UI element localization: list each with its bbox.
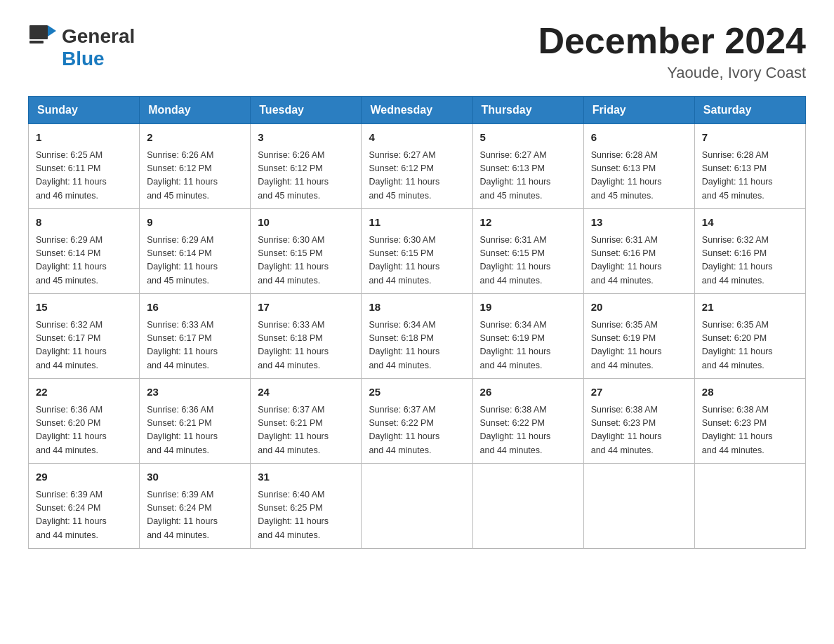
calendar-cell: 13Sunrise: 6:31 AMSunset: 6:16 PMDayligh… [583, 209, 694, 294]
day-number: 2 [147, 130, 243, 146]
calendar-cell: 26Sunrise: 6:38 AMSunset: 6:22 PMDayligh… [472, 379, 583, 464]
day-number: 27 [591, 384, 687, 401]
day-info: Sunrise: 6:27 AMSunset: 6:12 PMDaylight:… [369, 149, 465, 203]
calendar-cell: 21Sunrise: 6:35 AMSunset: 6:20 PMDayligh… [694, 294, 805, 379]
calendar-cell: 4Sunrise: 6:27 AMSunset: 6:12 PMDaylight… [362, 124, 472, 209]
calendar-cell: 31Sunrise: 6:40 AMSunset: 6:25 PMDayligh… [251, 464, 362, 549]
calendar-week-row: 15Sunrise: 6:32 AMSunset: 6:17 PMDayligh… [29, 294, 806, 379]
calendar-cell: 30Sunrise: 6:39 AMSunset: 6:24 PMDayligh… [140, 464, 251, 549]
calendar-header-wednesday: Wednesday [362, 97, 472, 124]
day-info: Sunrise: 6:28 AMSunset: 6:13 PMDaylight:… [702, 149, 798, 203]
day-info: Sunrise: 6:34 AMSunset: 6:19 PMDaylight:… [480, 318, 576, 373]
calendar-week-row: 29Sunrise: 6:39 AMSunset: 6:24 PMDayligh… [29, 464, 806, 549]
day-info: Sunrise: 6:29 AMSunset: 6:14 PMDaylight:… [36, 234, 132, 288]
day-info: Sunrise: 6:37 AMSunset: 6:21 PMDaylight:… [258, 403, 354, 458]
day-number: 18 [369, 300, 465, 316]
day-info: Sunrise: 6:33 AMSunset: 6:18 PMDaylight:… [258, 318, 354, 373]
day-info: Sunrise: 6:30 AMSunset: 6:15 PMDaylight:… [258, 234, 354, 288]
day-info: Sunrise: 6:29 AMSunset: 6:14 PMDaylight:… [147, 234, 243, 288]
day-number: 14 [702, 215, 798, 231]
day-number: 5 [480, 130, 576, 146]
calendar-cell: 19Sunrise: 6:34 AMSunset: 6:19 PMDayligh… [472, 294, 583, 379]
logo-general-text: General [62, 25, 135, 48]
day-info: Sunrise: 6:32 AMSunset: 6:17 PMDaylight:… [36, 318, 132, 373]
title-section: December 2024 Yaoude, Ivory Coast [538, 21, 806, 82]
calendar-header-friday: Friday [583, 97, 694, 124]
calendar-cell [362, 464, 472, 549]
calendar-cell: 2Sunrise: 6:26 AMSunset: 6:12 PMDaylight… [140, 124, 251, 209]
calendar-header-tuesday: Tuesday [251, 97, 362, 124]
day-info: Sunrise: 6:35 AMSunset: 6:20 PMDaylight:… [702, 318, 798, 373]
logo: General Blue [28, 21, 135, 70]
location: Yaoude, Ivory Coast [538, 64, 806, 82]
day-number: 11 [369, 215, 465, 231]
calendar-cell: 6Sunrise: 6:28 AMSunset: 6:13 PMDaylight… [583, 124, 694, 209]
calendar-cell [583, 464, 694, 549]
day-number: 6 [591, 130, 687, 146]
day-info: Sunrise: 6:38 AMSunset: 6:23 PMDaylight:… [702, 403, 798, 458]
day-info: Sunrise: 6:31 AMSunset: 6:16 PMDaylight:… [591, 234, 687, 288]
day-number: 20 [591, 300, 687, 316]
day-number: 29 [36, 469, 132, 485]
day-info: Sunrise: 6:38 AMSunset: 6:22 PMDaylight:… [480, 403, 576, 458]
calendar-cell: 22Sunrise: 6:36 AMSunset: 6:20 PMDayligh… [29, 379, 140, 464]
calendar-cell: 18Sunrise: 6:34 AMSunset: 6:18 PMDayligh… [362, 294, 472, 379]
calendar-table: SundayMondayTuesdayWednesdayThursdayFrid… [28, 96, 806, 549]
day-number: 25 [369, 384, 465, 401]
page-header: General Blue December 2024 Yaoude, Ivory… [28, 21, 806, 82]
calendar-header-saturday: Saturday [694, 97, 805, 124]
day-info: Sunrise: 6:26 AMSunset: 6:12 PMDaylight:… [258, 149, 354, 203]
svg-rect-2 [29, 41, 44, 43]
day-info: Sunrise: 6:33 AMSunset: 6:17 PMDaylight:… [147, 318, 243, 373]
calendar-week-row: 22Sunrise: 6:36 AMSunset: 6:20 PMDayligh… [29, 379, 806, 464]
day-number: 22 [36, 384, 132, 401]
calendar-cell: 27Sunrise: 6:38 AMSunset: 6:23 PMDayligh… [583, 379, 694, 464]
day-info: Sunrise: 6:27 AMSunset: 6:13 PMDaylight:… [480, 149, 576, 203]
day-info: Sunrise: 6:26 AMSunset: 6:12 PMDaylight:… [147, 149, 243, 203]
day-number: 8 [36, 215, 132, 231]
calendar-cell: 28Sunrise: 6:38 AMSunset: 6:23 PMDayligh… [694, 379, 805, 464]
calendar-cell: 24Sunrise: 6:37 AMSunset: 6:21 PMDayligh… [251, 379, 362, 464]
day-info: Sunrise: 6:35 AMSunset: 6:19 PMDaylight:… [591, 318, 687, 373]
day-info: Sunrise: 6:39 AMSunset: 6:24 PMDaylight:… [36, 488, 132, 543]
day-number: 31 [258, 469, 354, 485]
calendar-cell: 1Sunrise: 6:25 AMSunset: 6:11 PMDaylight… [29, 124, 140, 209]
day-number: 23 [147, 384, 243, 401]
calendar-cell: 15Sunrise: 6:32 AMSunset: 6:17 PMDayligh… [29, 294, 140, 379]
day-info: Sunrise: 6:36 AMSunset: 6:21 PMDaylight:… [147, 403, 243, 458]
calendar-header-sunday: Sunday [29, 97, 140, 124]
day-number: 15 [36, 300, 132, 316]
calendar-cell [472, 464, 583, 549]
day-number: 10 [258, 215, 354, 231]
calendar-header-row: SundayMondayTuesdayWednesdayThursdayFrid… [29, 97, 806, 124]
calendar-cell [694, 464, 805, 549]
month-title: December 2024 [538, 21, 806, 61]
day-info: Sunrise: 6:36 AMSunset: 6:20 PMDaylight:… [36, 403, 132, 458]
day-number: 9 [147, 215, 243, 231]
calendar-week-row: 1Sunrise: 6:25 AMSunset: 6:11 PMDaylight… [29, 124, 806, 209]
day-number: 13 [591, 215, 687, 231]
day-info: Sunrise: 6:40 AMSunset: 6:25 PMDaylight:… [258, 488, 354, 543]
day-number: 7 [702, 130, 798, 146]
day-info: Sunrise: 6:25 AMSunset: 6:11 PMDaylight:… [36, 149, 132, 203]
day-number: 19 [480, 300, 576, 316]
day-number: 28 [702, 384, 798, 401]
calendar-cell: 14Sunrise: 6:32 AMSunset: 6:16 PMDayligh… [694, 209, 805, 294]
calendar-cell: 23Sunrise: 6:36 AMSunset: 6:21 PMDayligh… [140, 379, 251, 464]
day-number: 17 [258, 300, 354, 316]
day-number: 4 [369, 130, 465, 146]
day-info: Sunrise: 6:32 AMSunset: 6:16 PMDaylight:… [702, 234, 798, 288]
day-number: 26 [480, 384, 576, 401]
logo-icon [28, 21, 59, 52]
calendar-cell: 12Sunrise: 6:31 AMSunset: 6:15 PMDayligh… [472, 209, 583, 294]
calendar-cell: 10Sunrise: 6:30 AMSunset: 6:15 PMDayligh… [251, 209, 362, 294]
calendar-cell: 8Sunrise: 6:29 AMSunset: 6:14 PMDaylight… [29, 209, 140, 294]
calendar-cell: 3Sunrise: 6:26 AMSunset: 6:12 PMDaylight… [251, 124, 362, 209]
day-number: 1 [36, 130, 132, 146]
day-number: 16 [147, 300, 243, 316]
day-info: Sunrise: 6:38 AMSunset: 6:23 PMDaylight:… [591, 403, 687, 458]
calendar-cell: 25Sunrise: 6:37 AMSunset: 6:22 PMDayligh… [362, 379, 472, 464]
svg-rect-0 [29, 25, 48, 39]
day-info: Sunrise: 6:28 AMSunset: 6:13 PMDaylight:… [591, 149, 687, 203]
day-number: 30 [147, 469, 243, 485]
